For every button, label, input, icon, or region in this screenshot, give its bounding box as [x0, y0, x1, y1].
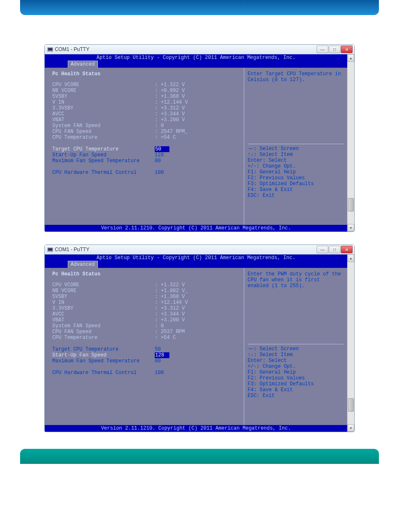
reading-value: : +0.992 V — [155, 88, 240, 94]
help-text: Enter Target CPU Temperature in Celsius … — [248, 71, 344, 142]
reading-label: AVCC — [52, 311, 155, 317]
scroll-track[interactable] — [348, 62, 354, 224]
terminal-content[interactable]: Aptio Setup Utility - Copyright (C) 2011… — [45, 255, 347, 432]
reading-value: : +54 C — [155, 135, 240, 140]
scroll-up-icon[interactable]: ▲ — [348, 54, 354, 62]
tab-advanced[interactable]: Advanced — [68, 261, 98, 268]
maximize-button[interactable]: □ — [329, 246, 340, 253]
bios-right-panel: Enter the PWM duty cycle of the CPU fan … — [244, 268, 347, 425]
reading-value: : +12.144 V — [155, 99, 240, 105]
reading-value: : +3.312 V — [155, 105, 240, 111]
nav-hint: →←: Select Screen — [248, 146, 344, 152]
reading-value: : +1.002 V_ — [155, 288, 240, 294]
reading-value: : +3.312 V — [155, 305, 240, 311]
reading-value: : +54 C — [155, 335, 240, 341]
setting-cpu-thermal-control[interactable]: CPU Hardware Thermal Control — [52, 170, 155, 176]
scroll-down-icon[interactable]: ▼ — [348, 224, 354, 232]
setting-value[interactable]: 50 — [155, 346, 240, 352]
svg-rect-3 — [48, 248, 52, 251]
nav-hint: F4: Save & Exit — [248, 187, 344, 193]
setting-value[interactable]: 100 — [155, 370, 240, 376]
reading-label: CPU VCORE — [52, 82, 155, 88]
scroll-thumb[interactable] — [348, 398, 354, 412]
reading-label: System FAN Speed — [52, 323, 155, 329]
section-title: Pc Health Status — [52, 71, 240, 77]
bios-right-panel: Enter Target CPU Temperature in Celsius … — [244, 68, 347, 225]
bios-footer: Version 2.11.1210. Copyright (C) 2011 Am… — [45, 225, 347, 232]
reading-value: : +3.200 V — [155, 117, 240, 123]
reading-label: 5VSBY — [52, 294, 155, 300]
setting-value-selected[interactable]: 128 — [155, 352, 169, 358]
bios-tab-row: Advanced — [45, 61, 347, 68]
reading-value: : +3.344 V — [155, 111, 240, 117]
scroll-down-icon[interactable]: ▼ — [348, 424, 354, 432]
nav-hint: ESC: Exit — [248, 393, 344, 399]
reading-label: CPU Temperature — [52, 135, 155, 140]
reading-value: : +3.344 V — [155, 311, 240, 317]
reading-label: AVCC — [52, 111, 155, 117]
nav-hint: F3: Optimized Defaults — [248, 381, 344, 387]
setting-max-fan-speed-temp[interactable]: Maximum Fan Speed Temperature — [52, 158, 155, 164]
bios-header: Aptio Setup Utility - Copyright (C) 2011… — [45, 255, 347, 261]
reading-label: V IN — [52, 300, 155, 305]
nav-hint: Enter: Select — [248, 358, 344, 364]
window-titlebar[interactable]: COM1 - PuTTY — □ ✕ — [45, 45, 354, 54]
reading-label: 3.3VSBY — [52, 305, 155, 311]
nav-hints: →←: Select Screen ↑↓: Select Item Enter:… — [248, 344, 344, 399]
reading-label: VBAT — [52, 317, 155, 323]
help-text: Enter the PWM duty cycle of the CPU fan … — [248, 271, 344, 342]
bios-footer: Version 2.11.1210. Copyright (C) 2011 Am… — [45, 425, 347, 432]
scroll-track[interactable] — [348, 262, 354, 424]
reading-value: : +3.200 V — [155, 317, 240, 323]
bios-header: Aptio Setup Utility - Copyright (C) 2011… — [45, 54, 347, 61]
nav-hints: →←: Select Screen ↑↓: Select Item Enter:… — [248, 144, 344, 199]
setting-start-up-fan-speed-selected[interactable]: Start-Up Fan Speed — [52, 352, 155, 358]
reading-label: NB VCORE — [52, 288, 155, 294]
setting-value-selected[interactable]: 50 — [155, 146, 169, 152]
reading-value: : +1.322 V — [155, 82, 240, 88]
bios-left-panel: Pc Health Status CPU VCORE: +1.322 V NB … — [45, 268, 244, 425]
reading-label: CPU FAN Speed — [52, 129, 155, 135]
minimize-button[interactable]: — — [317, 46, 328, 53]
setting-value[interactable]: 100 — [155, 170, 240, 176]
svg-rect-1 — [48, 48, 52, 51]
scroll-up-icon[interactable]: ▲ — [348, 255, 354, 262]
setting-max-fan-speed-temp[interactable]: Maximum Fan Speed Temperature — [52, 358, 155, 364]
reading-label: VBAT — [52, 117, 155, 123]
putty-window-2: COM1 - PuTTY — □ ✕ Aptio Setup Utility -… — [44, 244, 355, 432]
setting-value[interactable]: 80 — [155, 358, 240, 364]
reading-value: : +12.144 V — [155, 300, 240, 305]
top-banner — [20, 0, 379, 15]
setting-target-cpu-temp-selected[interactable]: Target CPU Temperature — [52, 146, 155, 152]
setting-value[interactable]: 80 — [155, 158, 240, 164]
nav-hint: F1: General Help — [248, 169, 344, 175]
bios-tab-row: Advanced — [45, 261, 347, 268]
scroll-thumb[interactable] — [348, 198, 354, 211]
minimize-button[interactable]: — — [317, 246, 328, 253]
bios-left-panel: Pc Health Status CPU VCORE: +1.322 V NB … — [45, 68, 244, 225]
nav-hint: F2: Previous Values — [248, 375, 344, 381]
window-controls: — □ ✕ — [317, 246, 353, 253]
setting-value[interactable]: 128 — [155, 152, 240, 158]
close-button[interactable]: ✕ — [341, 246, 353, 253]
setting-start-up-fan-speed[interactable]: Start-Up Fan Speed — [52, 152, 155, 158]
scrollbar[interactable]: ▲ ▼ — [347, 255, 354, 432]
setting-target-cpu-temp[interactable]: Target CPU Temperature — [52, 346, 155, 352]
window-titlebar[interactable]: COM1 - PuTTY — □ ✕ — [45, 245, 354, 255]
nav-hint: F2: Previous Values — [248, 175, 344, 181]
nav-hint: →←: Select Screen — [248, 346, 344, 352]
close-button[interactable]: ✕ — [341, 46, 353, 53]
maximize-button[interactable]: □ — [329, 46, 340, 53]
tab-advanced[interactable]: Advanced — [68, 61, 98, 68]
putty-window-1: COM1 - PuTTY — □ ✕ Aptio Setup Utility -… — [44, 44, 355, 232]
nav-hint: +/-: Change Opt. — [248, 364, 344, 369]
scrollbar[interactable]: ▲ ▼ — [347, 54, 354, 232]
nav-hint: ↑↓: Select Item — [248, 352, 344, 358]
reading-value: : 0 — [155, 123, 240, 129]
reading-value: : +1.368 V — [155, 294, 240, 300]
nav-hint: F3: Optimized Defaults — [248, 181, 344, 187]
putty-icon — [47, 46, 53, 52]
reading-label: NB VCORE — [52, 88, 155, 94]
setting-cpu-thermal-control[interactable]: CPU Hardware Thermal Control — [52, 370, 155, 376]
terminal-content[interactable]: Aptio Setup Utility - Copyright (C) 2011… — [45, 54, 347, 232]
